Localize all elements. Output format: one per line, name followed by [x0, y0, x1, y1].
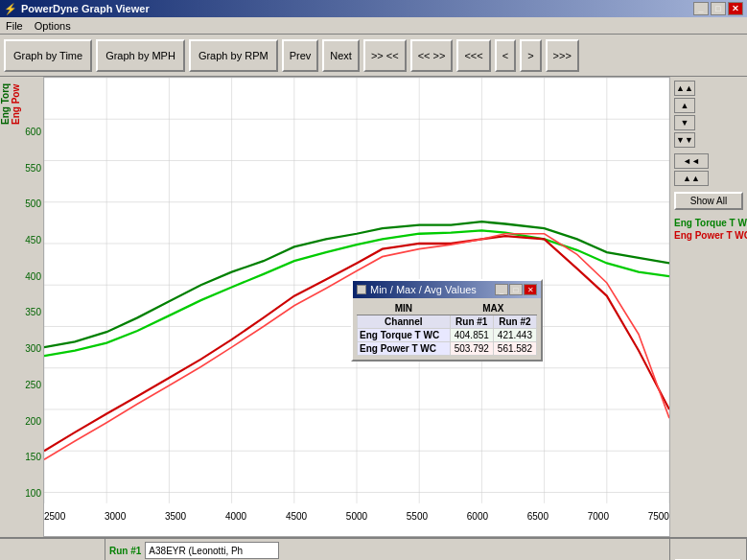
- scroll-group-vertical: ▲▲ ▲ ▼ ▼▼: [674, 81, 743, 148]
- x-tick: 5000: [346, 511, 367, 522]
- show-all-button[interactable]: Show All: [674, 192, 743, 210]
- dialog-min: 503.792: [450, 342, 493, 356]
- scroll-down-btn[interactable]: ▼: [674, 115, 695, 130]
- minmax-dialog: Min / Max / Avg Values _ □ ✕ MIN MAX: [351, 279, 543, 362]
- y-tick: 350: [2, 307, 41, 317]
- legend: Eng Torque T WC Eng Power T WC: [674, 216, 743, 243]
- run1-row: Run #1 A38EYR (Leonotti, Ph: [109, 542, 665, 559]
- fast-forward-button[interactable]: >> <<: [363, 39, 407, 72]
- prev-button[interactable]: Prev: [282, 39, 319, 72]
- y-axis-left: Eng Torq Eng Pow 60055050045040035030025…: [0, 77, 43, 537]
- x-tick: 4500: [286, 511, 307, 522]
- x-tick: 5500: [407, 511, 428, 522]
- scroll-right-fast-btn[interactable]: ▲▲: [674, 171, 709, 186]
- y-axis-left-power-label: Eng Pow: [11, 82, 21, 125]
- scroll-bottom-btn[interactable]: ▼▼: [674, 132, 695, 148]
- y-tick: 500: [2, 198, 41, 209]
- back-button[interactable]: <: [495, 39, 516, 72]
- dialog-min: 404.851: [450, 329, 493, 342]
- y-tick: 100: [2, 488, 41, 499]
- dialog-max: 561.582: [493, 342, 536, 356]
- y-tick: 300: [2, 343, 41, 354]
- right-sidebar: ▲▲ ▲ ▼ ▼▼ ◄◄ ▲▲ Show All Eng Torque T WC…: [670, 77, 747, 537]
- scroll-up-btn[interactable]: ▲: [674, 98, 695, 113]
- dialog-title-bar: Min / Max / Avg Values _ □ ✕: [353, 281, 541, 298]
- run1-value: A38EYR (Leonotti, Ph: [149, 546, 243, 556]
- x-tick: 7000: [588, 511, 609, 522]
- main-area: Eng Torq Eng Pow 60055050045040035030025…: [0, 77, 747, 537]
- x-tick: 3000: [105, 511, 126, 522]
- dialog-icon: [357, 285, 366, 294]
- close-button[interactable]: ✕: [728, 2, 743, 15]
- legend-power: Eng Power T WC: [674, 230, 743, 241]
- next-button[interactable]: Next: [322, 39, 360, 72]
- y-axis-ticks-left: 600550500450400350300250200150100: [0, 125, 43, 499]
- y-tick: 550: [2, 163, 41, 174]
- skip-forward-button[interactable]: >>>: [546, 39, 579, 72]
- engine-speed-col: Engine Speed (RI: [0, 539, 105, 560]
- subheader-run2: Run #2: [493, 315, 536, 329]
- dialog-close[interactable]: ✕: [524, 284, 537, 295]
- y-tick: 250: [2, 380, 41, 390]
- graph-by-mph-button[interactable]: Graph by MPH: [96, 39, 185, 72]
- subheader-channel: Channel: [358, 315, 451, 329]
- x-tick: 4000: [225, 511, 246, 522]
- minimize-button[interactable]: _: [693, 2, 709, 15]
- run-data-col: Run #1 A38EYR (Leonotti, Ph Run #2 A38EY…: [105, 539, 670, 560]
- dialog-maximize[interactable]: □: [509, 284, 523, 295]
- x-tick: 7500: [648, 511, 669, 522]
- run1-value-box: A38EYR (Leonotti, Ph: [145, 542, 279, 559]
- col-header-min: MIN: [358, 302, 451, 315]
- toolbar: Graph by Time Graph by MPH Graph by RPM …: [0, 35, 747, 77]
- dialog-content: MIN MAX Channel Run #1 Run #2 Eng Torque…: [353, 298, 541, 360]
- run1-label: Run #1: [109, 546, 141, 556]
- graph-by-rpm-button[interactable]: Graph by RPM: [189, 39, 278, 72]
- x-tick: 6000: [467, 511, 488, 522]
- col-header-max: MAX: [450, 302, 536, 315]
- minmaxavg-col: Min/Max/Avg: [670, 539, 747, 560]
- bottom-bar: Engine Speed (RI Run #1 A38EYR (Leonotti…: [0, 537, 747, 560]
- dialog-row: Eng Torque T WC 404.851 421.443: [358, 329, 537, 342]
- rewind-button[interactable]: << >>: [410, 39, 454, 72]
- y-tick: 450: [2, 235, 41, 245]
- y-tick: 400: [2, 271, 41, 282]
- scroll-group-horizontal: ◄◄ ▲▲: [674, 153, 743, 186]
- legend-power-label: Eng Power T WC: [674, 230, 747, 241]
- y-tick: 200: [2, 416, 41, 427]
- legend-torque: Eng Torque T WC: [674, 218, 743, 228]
- dialog-row: Eng Power T WC 503.792 561.582: [358, 342, 537, 356]
- app-icon: ⚡: [4, 3, 17, 15]
- x-axis: 2500300035004000450050005500600065007000…: [44, 509, 669, 536]
- x-tick: 6500: [527, 511, 549, 522]
- window-title: PowerDyne Graph Viewer: [21, 3, 150, 14]
- forward-button[interactable]: >: [520, 39, 541, 72]
- subheader-run1: Run #1: [450, 315, 493, 329]
- maximize-button[interactable]: □: [711, 2, 726, 15]
- x-tick: 3500: [165, 511, 186, 522]
- y-tick: 600: [2, 127, 41, 137]
- scroll-top-btn[interactable]: ▲▲: [674, 81, 695, 96]
- chart-area: 2500300035004000450050005500600065007000…: [43, 77, 670, 537]
- scroll-left-fast-btn[interactable]: ◄◄: [674, 153, 709, 169]
- dialog-channel: Eng Torque T WC: [358, 329, 451, 342]
- title-bar: ⚡ PowerDyne Graph Viewer _ □ ✕: [0, 0, 747, 17]
- dialog-max: 421.443: [493, 329, 536, 342]
- graph-by-time-button[interactable]: Graph by Time: [4, 39, 92, 72]
- minmax-table: MIN MAX Channel Run #1 Run #2 Eng Torque…: [357, 302, 537, 356]
- y-tick: 150: [2, 452, 41, 462]
- skip-back-button[interactable]: <<<: [456, 39, 490, 72]
- dialog-channel: Eng Power T WC: [358, 342, 451, 356]
- dialog-title-text: Min / Max / Avg Values: [370, 284, 477, 295]
- y-axis-left-torque-label: Eng Torq: [0, 82, 11, 125]
- x-tick: 2500: [44, 511, 65, 522]
- menu-options[interactable]: Options: [33, 20, 73, 32]
- menu-bar: File Options: [0, 17, 747, 35]
- menu-file[interactable]: File: [4, 20, 25, 32]
- dialog-minimize[interactable]: _: [495, 284, 508, 295]
- legend-torque-label: Eng Torque T WC: [674, 218, 747, 228]
